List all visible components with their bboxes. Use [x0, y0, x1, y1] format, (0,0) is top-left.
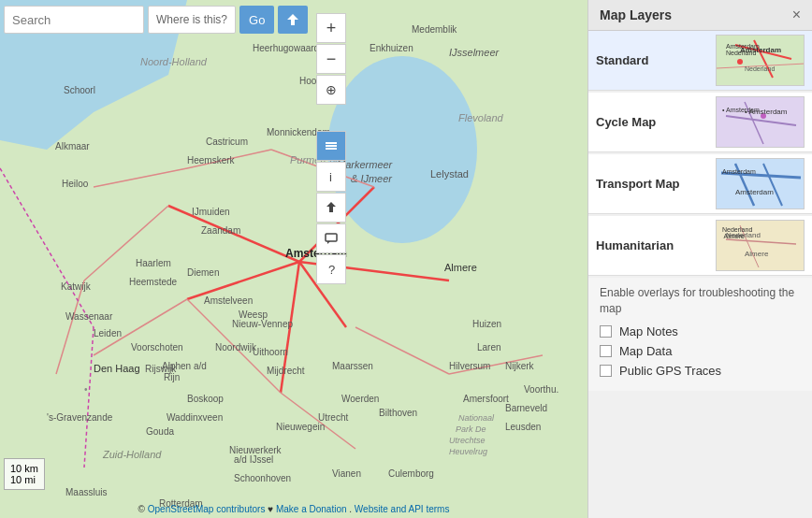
svg-text:Zaandam: Zaandam	[201, 225, 240, 236]
comment-icon	[324, 231, 339, 246]
panel-header: Map Layers ×	[588, 0, 812, 31]
svg-text:Schoorl: Schoorl	[64, 85, 95, 95]
svg-rect-96	[326, 234, 337, 241]
svg-text:Rijn: Rijn	[164, 372, 180, 382]
locate-button[interactable]: ⊕	[316, 75, 346, 105]
layer-label-humanitarian: Humanitarian	[596, 238, 716, 252]
svg-text:Park De: Park De	[456, 424, 486, 434]
svg-text:Bilthoven: Bilthoven	[379, 408, 417, 418]
svg-text:IJsselmeer: IJsselmeer	[449, 47, 500, 58]
svg-text:Culemborg: Culemborg	[388, 468, 434, 479]
scale-bar: 10 km 10 mi	[4, 458, 45, 490]
svg-text:Nationaal: Nationaal	[458, 413, 495, 423]
svg-text:Flevoland: Flevoland	[458, 112, 504, 123]
svg-text:Leiden: Leiden	[94, 328, 122, 338]
svg-text:Mijdrecht: Mijdrecht	[267, 366, 305, 376]
svg-text:Nieuwegein: Nieuwegein	[276, 422, 325, 432]
svg-marker-90	[287, 14, 298, 25]
layer-thumb-humanitarian: Nederland Almere	[716, 220, 805, 271]
overlay-checkbox-map-notes[interactable]	[600, 325, 612, 338]
layer-item-cycle[interactable]: Cycle Map • Amsterdam	[588, 93, 812, 152]
search-input[interactable]	[4, 6, 144, 34]
scale-km: 10 km	[10, 463, 38, 474]
website-link[interactable]: Website and API terms	[355, 504, 450, 514]
overlays-section: Enable overlays for troubleshooting the …	[588, 278, 812, 391]
go-button[interactable]: Go	[239, 6, 274, 34]
overlays-label: Enable overlays for troubleshooting the …	[600, 285, 801, 317]
svg-text:Voorschoten: Voorschoten	[131, 342, 183, 353]
svg-text:Amstelveen: Amstelveen	[204, 295, 253, 306]
layers-button[interactable]	[316, 131, 346, 161]
svg-text:Nieuw-Vennep: Nieuw-Vennep	[232, 319, 293, 329]
svg-rect-91	[326, 142, 337, 144]
info-button[interactable]: i	[316, 162, 346, 192]
svg-text:IJmuiden: IJmuiden	[192, 207, 230, 217]
svg-text:Noord-Holland: Noord-Holland	[140, 56, 208, 67]
heart-symbol: ♥	[268, 504, 273, 514]
layer-item-humanitarian[interactable]: Humanitarian Nederland Almere	[588, 216, 812, 276]
svg-text:Medemblik: Medemblik	[412, 24, 457, 35]
donate-link[interactable]: Make a Donation	[276, 504, 347, 514]
osm-link[interactable]: OpenStreetMap contributors	[148, 504, 266, 514]
zoom-in-button[interactable]: +	[316, 13, 346, 43]
svg-text:Maarssen: Maarssen	[332, 361, 373, 371]
zoom-out-button[interactable]: −	[316, 44, 346, 74]
overlay-label-map-data: Map Data	[619, 344, 672, 358]
overlays-list: Map NotesMap DataPublic GPS Traces	[600, 324, 801, 378]
panel-title: Map Layers	[600, 7, 672, 22]
svg-text:Enkhuizen: Enkhuizen	[370, 43, 413, 53]
svg-text:'s-Gravenzande: 's-Gravenzande	[47, 412, 113, 423]
svg-text:a/d IJssel: a/d IJssel	[234, 454, 273, 465]
layer-item-transport[interactable]: Transport Map Amsterdam	[588, 154, 812, 214]
comment-button[interactable]	[316, 223, 346, 253]
svg-text:Vianen: Vianen	[332, 468, 361, 479]
share-button[interactable]	[316, 193, 346, 223]
svg-text:Voorthu.: Voorthu.	[524, 384, 558, 395]
svg-text:Nijkerk: Nijkerk	[505, 361, 535, 371]
svg-text:Gouda: Gouda	[146, 426, 174, 437]
map-controls: + − ⊕	[316, 13, 346, 106]
overlay-item-map-notes[interactable]: Map Notes	[600, 324, 801, 338]
scale-mi: 10 mi	[10, 474, 38, 485]
map-area[interactable]: Markermeer & IJmeer IJsselmeer Amsterdam…	[0, 0, 587, 518]
svg-marker-95	[326, 202, 336, 212]
svg-text:Utrechtse: Utrechtse	[449, 436, 486, 445]
svg-point-105	[737, 59, 743, 65]
help-icon: ?	[324, 262, 339, 277]
overlay-checkbox-gps-traces[interactable]	[600, 365, 612, 377]
svg-text:Heerhugowaard: Heerhugowaard	[253, 43, 319, 53]
where-is-this-button[interactable]: Where is this?	[148, 6, 236, 34]
svg-rect-99	[717, 36, 805, 86]
svg-text:Waddinxveen: Waddinxveen	[167, 412, 223, 423]
svg-text:?: ?	[328, 263, 335, 277]
svg-text:i: i	[329, 170, 332, 184]
panel-close-button[interactable]: ×	[792, 7, 801, 22]
directions-button[interactable]	[278, 6, 308, 34]
layer-item-standard[interactable]: Standard Amsterdam Nederland	[588, 31, 812, 91]
svg-text:Lelystad: Lelystad	[430, 168, 469, 180]
svg-text:Amersfoort: Amersfoort	[463, 394, 509, 404]
svg-text:Katwijk: Katwijk	[61, 281, 92, 292]
svg-text:Zuid-Holland: Zuid-Holland	[102, 449, 162, 460]
osm-attribution: ©	[138, 504, 145, 514]
svg-rect-116	[717, 221, 805, 271]
overlay-item-gps-traces[interactable]: Public GPS Traces	[600, 364, 801, 378]
search-bar: Where is this? Go	[4, 6, 308, 34]
layers-list: Standard Amsterdam Nederland Cycle Map •…	[588, 31, 812, 276]
overlay-item-map-data[interactable]: Map Data	[600, 344, 801, 358]
overlay-checkbox-map-data[interactable]	[600, 345, 612, 357]
attribution: © OpenStreetMap contributors ♥ Make a Do…	[138, 504, 450, 514]
svg-text:Alphen a/d: Alphen a/d	[162, 361, 207, 371]
svg-text:Alkmaar: Alkmaar	[55, 141, 90, 151]
svg-text:Almere: Almere	[745, 250, 769, 258]
svg-text:Leusden: Leusden	[505, 422, 541, 432]
svg-text:Wassenaar: Wassenaar	[65, 311, 113, 322]
svg-text:Castricum: Castricum	[206, 137, 248, 147]
directions-icon	[285, 12, 300, 27]
svg-text:Huizen: Huizen	[472, 319, 501, 329]
svg-text:Diemen: Diemen	[187, 267, 219, 278]
svg-text:Laren: Laren	[477, 342, 501, 353]
help-button[interactable]: ?	[316, 254, 346, 284]
svg-rect-111	[717, 159, 805, 209]
svg-text:Heemskerk: Heemskerk	[187, 155, 236, 165]
